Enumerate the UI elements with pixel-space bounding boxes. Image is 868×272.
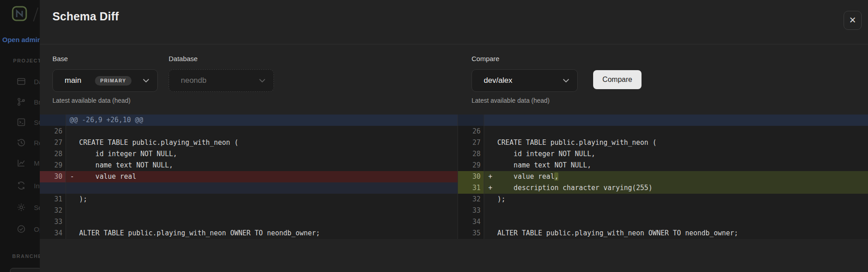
diff-row: 28 id integer NOT NULL, [40,148,458,160]
diff-row [458,115,868,126]
branch-selector[interactable] [10,268,42,272]
code-line [484,205,868,216]
sql-editor-icon [16,117,26,127]
database-select: neondb [169,69,274,92]
close-button[interactable]: ✕ [844,11,862,30]
line-number [40,182,66,194]
modal-header: Schema Diff ✕ [40,0,868,44]
compare-button[interactable]: Compare [593,70,642,89]
diff-viewer[interactable]: @@ -26,9 +26,10 @@2627CREATE TABLE publi… [40,115,868,239]
diff-row: 31); [40,194,458,205]
line-number: 29 [40,160,66,171]
chevron-down-icon [259,79,265,83]
line-number: 26 [458,126,484,137]
added-marker: + [488,171,492,182]
restore-icon [16,138,26,148]
code-line [66,182,458,194]
base-label: Base [52,55,68,62]
line-number: 28 [40,148,66,160]
code-line: + value real, [484,171,868,182]
line-number: 30 [458,171,484,182]
diff-row: 29 name text NOT NULL, [458,160,868,171]
primary-badge: PRIMARY [95,76,132,86]
database-label: Database [169,55,198,62]
diff-row: 33 [40,216,458,228]
line-number [40,115,66,126]
chevron-down-icon [563,79,569,83]
line-number: 28 [458,148,484,160]
code-line: ALTER TABLE public.playing_with_neon OWN… [66,228,458,239]
line-number [458,115,484,126]
code-line [66,216,458,228]
diff-pane-compare: 2627CREATE TABLE public.playing_with_neo… [458,115,868,239]
compare-branch-value: dev/alex [484,76,512,85]
breadcrumb-slash [33,7,38,21]
diff-row: 32); [458,194,868,205]
base-branch-select[interactable]: main PRIMARY [52,69,158,92]
compare-label: Compare [472,55,500,62]
word-diff-highlight: , [554,172,558,181]
schema-diff-modal: Schema Diff ✕ Base Database Compare main… [40,0,868,272]
integrations-icon [16,181,26,191]
monitoring-icon [16,158,26,168]
line-number: 34 [40,228,66,239]
code-line [484,216,868,228]
diff-row: 34 [458,216,868,228]
diff-row: 32 [40,205,458,216]
code-line [66,205,458,216]
code-line: name text NOT NULL, [484,160,868,171]
code-line: ); [66,194,458,205]
code-line: CREATE TABLE public.playing_with_neon ( [484,137,868,148]
open-admin-link[interactable]: Open admin [2,36,42,43]
app-sidebar: Open admin PROJECT Dashboard Branches SQ… [0,0,40,272]
line-number: 27 [40,137,66,148]
code-line [484,115,868,126]
line-number: 31 [458,182,484,194]
code-line: ); [484,194,868,205]
schema-diff-screen: Open admin PROJECT Dashboard Branches SQ… [0,0,868,272]
code-line: ALTER TABLE public.playing_with_neon OWN… [484,228,868,239]
diff-row: 29 name text NOT NULL, [40,160,458,171]
line-number: 27 [458,137,484,148]
diff-row: 30- value real [40,171,458,182]
line-number: 31 [40,194,66,205]
base-hint: Latest available data (head) [52,97,131,104]
diff-row: 35ALTER TABLE public.playing_with_neon O… [458,228,868,239]
line-number: 34 [458,216,484,228]
settings-icon [16,202,26,212]
line-number: 33 [40,216,66,228]
diff-row: 31+ description character varying(255) [458,182,868,194]
line-number: 32 [458,194,484,205]
line-number: 35 [458,228,484,239]
code-line: id integer NOT NULL, [66,148,458,160]
code-line: name text NOT NULL, [66,160,458,171]
code-line [66,126,458,137]
project-section-label: PROJECT [13,58,42,63]
line-number: 30 [40,171,66,182]
code-line: id integer NOT NULL, [484,148,868,160]
close-icon: ✕ [849,15,856,25]
line-number: 26 [40,126,66,137]
base-branch-value: main [65,76,81,85]
code-line: CREATE TABLE public.playing_with_neon ( [66,137,458,148]
neon-logo-icon[interactable] [12,5,27,24]
diff-row: 30+ value real, [458,171,868,182]
branches-icon [16,97,26,107]
dashboard-icon [16,76,26,86]
added-marker: + [488,182,492,194]
operations-icon [16,224,26,234]
code-line: @@ -26,9 +26,10 @@ [66,115,458,126]
compare-branch-select[interactable]: dev/alex [472,69,578,92]
diff-row: 27CREATE TABLE public.playing_with_neon … [458,137,868,148]
code-line: + description character varying(255) [484,182,868,194]
diff-row: @@ -26,9 +26,10 @@ [40,115,458,126]
removed-marker: - [70,171,74,182]
diff-row: 28 id integer NOT NULL, [458,148,868,160]
chevron-down-icon [143,79,149,83]
code-line [484,126,868,137]
modal-title: Schema Diff [52,10,119,23]
database-value: neondb [181,76,207,85]
diff-row: 34ALTER TABLE public.playing_with_neon O… [40,228,458,239]
line-number: 29 [458,160,484,171]
compare-hint: Latest available data (head) [472,97,550,104]
